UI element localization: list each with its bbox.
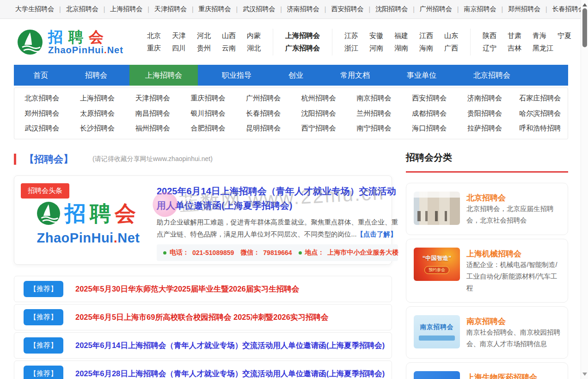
subnav-link[interactable]: 哈尔滨招聘会: [519, 109, 561, 118]
subnav-link[interactable]: 郑州招聘会: [24, 109, 59, 118]
region-link[interactable]: 云南: [222, 44, 236, 53]
category-card-beijing[interactable]: 北京招聘会 北京招聘会，北京应届生招聘会，北京社会招聘会: [406, 183, 568, 235]
subnav-link[interactable]: 合肥招聘会: [190, 124, 225, 133]
site-logo[interactable]: 招聘会 ZhaoPinHui.Net: [18, 19, 123, 65]
subnav-link[interactable]: 长春招聘会: [246, 109, 281, 118]
topbar-link[interactable]: 济南招聘会: [287, 5, 319, 13]
article-title-link[interactable]: 2025年6月5日上海市69所高校联合校园招聘会 2025冲刺暨2026实习招聘…: [75, 312, 328, 323]
topbar-link[interactable]: 上海招聘会: [110, 5, 142, 13]
subnav-link[interactable]: 上海招聘会: [80, 94, 115, 103]
subnav-link[interactable]: 贵阳招聘会: [467, 109, 502, 118]
topbar-link[interactable]: 大学生招聘会: [15, 5, 54, 13]
subnav-link[interactable]: 西宁招聘会: [301, 124, 336, 133]
topbar-link[interactable]: 天津招聘会: [154, 5, 187, 13]
subnav-link[interactable]: 呼和浩特招聘: [519, 124, 561, 133]
nav-item-public-institution[interactable]: 事业单位: [394, 65, 449, 86]
topbar-link[interactable]: 长春招聘会: [552, 5, 585, 13]
nav-item-documents[interactable]: 常用文档: [327, 65, 383, 86]
subnav-link[interactable]: 北京招聘会: [24, 94, 59, 103]
region-link[interactable]: 山西: [222, 31, 236, 40]
subnav-link[interactable]: 成都招聘会: [412, 109, 447, 118]
subnav-link[interactable]: 石家庄招聘会: [519, 94, 561, 103]
topbar-link[interactable]: 西安招聘会: [331, 5, 363, 13]
nanjing-thumbnail[interactable]: 南京招聘会: [414, 315, 460, 348]
read-more-link[interactable]: 【点击了解】: [357, 230, 397, 238]
region-link[interactable]: 福建: [394, 31, 408, 40]
topbar-link[interactable]: 武汉招聘会: [243, 5, 275, 13]
region-link-guangdong[interactable]: 广东招聘会: [285, 44, 320, 53]
subnav-link[interactable]: 海口招聘会: [412, 124, 447, 133]
region-link-shanghai[interactable]: 上海招聘会: [285, 31, 320, 40]
subnav-link[interactable]: 福州招聘会: [135, 124, 170, 133]
region-link[interactable]: 湖南: [394, 44, 408, 53]
region-link[interactable]: 陕西: [483, 31, 496, 40]
article-title-link[interactable]: 2025年5月30日华东师范大学2025届毕业生暨2026届实习生招聘会: [75, 284, 299, 294]
topbar-link[interactable]: 广州招聘会: [420, 5, 452, 13]
nav-item-beijing[interactable]: 北京招聘会: [460, 65, 523, 86]
subnav-link[interactable]: 南京招聘会: [357, 94, 392, 103]
region-link[interactable]: 甘肃: [508, 31, 521, 40]
scroll-up-arrow-icon[interactable]: [582, 3, 587, 6]
region-link[interactable]: 贵州: [197, 44, 211, 53]
category-card-shanghai-biomedicine[interactable]: 健康中国 上海生物医药招聘会: [406, 362, 568, 379]
scroll-down-arrow-icon[interactable]: [582, 373, 587, 376]
subnav-link[interactable]: 昆明招聘会: [246, 124, 281, 133]
region-link[interactable]: 北京: [147, 31, 161, 40]
job-fair-photo-thumbnail[interactable]: [414, 192, 460, 225]
subnav-link[interactable]: 兰州招聘会: [357, 109, 392, 118]
health-china-thumbnail[interactable]: 健康中国: [414, 371, 460, 379]
region-link[interactable]: 宁夏: [557, 31, 571, 40]
article-list-item[interactable]: 【推荐】 2025年6月5日上海市69所高校联合校园招聘会 2025冲刺暨202…: [14, 304, 392, 330]
nav-item-home[interactable]: 首页: [20, 65, 61, 86]
subnav-link[interactable]: 太原招聘会: [80, 109, 115, 118]
region-link[interactable]: 湖北: [247, 44, 261, 53]
topbar-link[interactable]: 沈阳招聘会: [375, 5, 408, 13]
category-title-link[interactable]: 上海生物医药招聘会: [466, 373, 537, 379]
category-card-shanghai-machinery[interactable]: “中国智造” 预约参会 上海机械招聘会 适配企业：机械电器/智能制造/工业自动化…: [406, 239, 568, 303]
region-link[interactable]: 天津: [172, 31, 186, 40]
region-link[interactable]: 安徽: [369, 31, 383, 40]
region-link[interactable]: 广西: [444, 44, 458, 53]
region-link[interactable]: 青海: [533, 31, 546, 40]
scrollbar-thumb[interactable]: [582, 8, 587, 47]
featured-article-card[interactable]: 招聘会头条 招聘会 ZhaoPinHui.Net 2025年6月14日上海招聘会…: [14, 175, 392, 265]
topbar-link[interactable]: 南京招聘会: [464, 5, 496, 13]
vertical-scrollbar[interactable]: [581, 0, 588, 379]
region-link[interactable]: 江西: [419, 31, 433, 40]
region-link[interactable]: 内蒙: [247, 31, 261, 40]
subnav-link[interactable]: 西安招聘会: [412, 94, 447, 103]
article-list-item[interactable]: 【推荐】 2025年5月30日华东师范大学2025届毕业生暨2026届实习生招聘…: [14, 276, 392, 302]
subnav-link[interactable]: 重庆招聘会: [190, 94, 225, 103]
region-link[interactable]: 江苏: [344, 31, 358, 40]
region-link[interactable]: 黑龙江: [533, 44, 553, 53]
category-title-link[interactable]: 上海机械招聘会: [466, 249, 521, 258]
region-link[interactable]: 海南: [419, 44, 433, 53]
nav-item-career-guide[interactable]: 职业指导: [209, 65, 264, 86]
nav-item-zhaopinhui[interactable]: 招聘会: [72, 65, 120, 86]
region-link[interactable]: 山东: [444, 31, 458, 40]
article-title-link[interactable]: 2025年6月14日上海招聘会（青年人才就业专场）交流活动用人单位邀请函(上海夏…: [75, 341, 385, 351]
subnav-link[interactable]: 拉萨招聘会: [467, 124, 502, 133]
region-link[interactable]: 河北: [197, 31, 211, 40]
region-link[interactable]: 辽宁: [483, 44, 496, 53]
article-list-item[interactable]: 【推荐】 2025年6月14日上海招聘会（青年人才就业专场）交流活动用人单位邀请…: [14, 332, 392, 359]
article-list-item[interactable]: 【推荐】 2025年6月28日上海招聘会（青年人才就业专场）交流活动用人单位邀请…: [14, 360, 392, 379]
subnav-link[interactable]: 南昌招聘会: [135, 109, 170, 118]
subnav-link[interactable]: 银川招聘会: [190, 109, 225, 118]
article-title-link[interactable]: 2025年6月28日上海招聘会（青年人才就业专场）交流活动用人单位邀请函(上海夏…: [75, 369, 385, 379]
region-link[interactable]: 四川: [172, 44, 186, 53]
subnav-link[interactable]: 杭州招聘会: [301, 94, 336, 103]
subnav-link[interactable]: 武汉招聘会: [24, 124, 59, 133]
topbar-link[interactable]: 北京招聘会: [66, 5, 98, 13]
featured-title-link[interactable]: 2025年6月14日上海招聘会（青年人才就业专场）交流活动用人单位邀请函(上海夏…: [157, 186, 396, 211]
subnav-link[interactable]: 沈阳招聘会: [301, 109, 336, 118]
nav-item-shanghai-active[interactable]: 上海招聘会: [129, 65, 198, 86]
category-card-nanjing[interactable]: 南京招聘会 南京招聘会 南京社会招聘会、南京校园招聘会、南京人才市场招聘信息: [406, 306, 568, 359]
nav-item-startup[interactable]: 创业: [276, 65, 316, 86]
region-link[interactable]: 河南: [369, 44, 383, 53]
region-link[interactable]: 浙江: [344, 44, 358, 53]
topbar-link[interactable]: 重庆招聘会: [199, 5, 231, 13]
region-link[interactable]: 吉林: [508, 44, 521, 53]
subnav-link[interactable]: 广州招聘会: [246, 94, 281, 103]
subnav-link[interactable]: 南宁招聘会: [357, 124, 392, 133]
